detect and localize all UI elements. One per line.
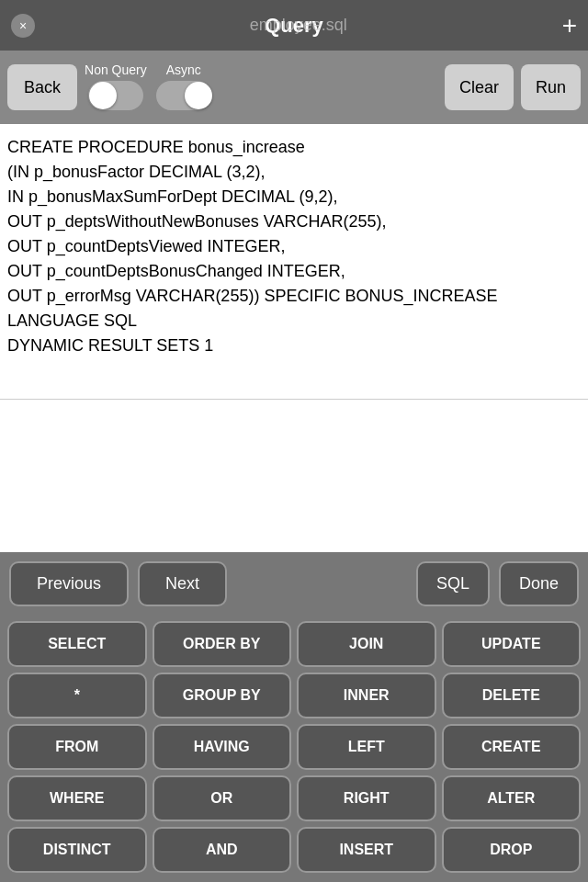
- query-text: CREATE PROCEDURE bonus_increase (IN p_bo…: [7, 135, 581, 358]
- async-toggle-group: Async: [154, 62, 213, 112]
- keyword-button-distinct[interactable]: DISTINCT: [7, 827, 147, 873]
- non-query-knob: [89, 82, 117, 109]
- keyword-button-alter[interactable]: ALTER: [442, 775, 582, 821]
- query-editor[interactable]: CREATE PROCEDURE bonus_increase (IN p_bo…: [0, 124, 588, 400]
- bottom-panel: Previous Next SQL Done SELECTORDER BYJOI…: [0, 552, 588, 882]
- async-knob: [185, 82, 212, 109]
- keyword-button-select[interactable]: SELECT: [7, 621, 147, 667]
- async-toggle[interactable]: [154, 79, 213, 112]
- toolbar: Back Non Query Async Clear Run: [0, 51, 588, 124]
- clear-button[interactable]: Clear: [445, 64, 514, 110]
- keyword-button-or[interactable]: OR: [153, 775, 292, 821]
- tab-label: employee.sql: [250, 16, 347, 35]
- keyword-button-drop[interactable]: DROP: [442, 827, 582, 873]
- non-query-toggle[interactable]: [86, 79, 145, 112]
- next-button[interactable]: Next: [138, 561, 227, 606]
- top-bar: × Query employee.sql +: [0, 0, 588, 51]
- keyword-button-and[interactable]: AND: [153, 827, 292, 873]
- sql-button[interactable]: SQL: [416, 561, 490, 606]
- keyword-button-create[interactable]: CREATE: [442, 724, 582, 770]
- keyword-button-left[interactable]: LEFT: [297, 724, 436, 770]
- keyword-button-where[interactable]: WHERE: [7, 775, 147, 821]
- close-button[interactable]: ×: [11, 14, 35, 38]
- keyword-button-from[interactable]: FROM: [7, 724, 147, 770]
- nav-row: Previous Next SQL Done: [0, 552, 588, 616]
- done-button[interactable]: Done: [499, 561, 579, 606]
- keyword-button-group-by[interactable]: GROUP BY: [153, 673, 292, 718]
- previous-button[interactable]: Previous: [9, 561, 129, 606]
- keyword-button-insert[interactable]: INSERT: [297, 827, 436, 873]
- non-query-toggle-group: Non Query: [85, 62, 147, 112]
- keyword-button-update[interactable]: UPDATE: [442, 621, 582, 667]
- keyword-button-*[interactable]: *: [7, 673, 147, 718]
- keyword-button-inner[interactable]: INNER: [297, 673, 436, 718]
- keyword-button-join[interactable]: JOIN: [297, 621, 436, 667]
- add-tab-button[interactable]: +: [562, 11, 577, 40]
- keyword-button-right[interactable]: RIGHT: [297, 775, 436, 821]
- async-label: Async: [166, 62, 201, 77]
- keyword-grid: SELECTORDER BYJOINUPDATE*GROUP BYINNERDE…: [0, 616, 588, 882]
- keyword-button-order-by[interactable]: ORDER BY: [153, 621, 292, 667]
- keyword-button-having[interactable]: HAVING: [153, 724, 292, 770]
- back-button[interactable]: Back: [7, 64, 77, 110]
- keyword-button-delete[interactable]: DELETE: [442, 673, 582, 718]
- run-button[interactable]: Run: [521, 64, 581, 110]
- non-query-label: Non Query: [85, 62, 147, 77]
